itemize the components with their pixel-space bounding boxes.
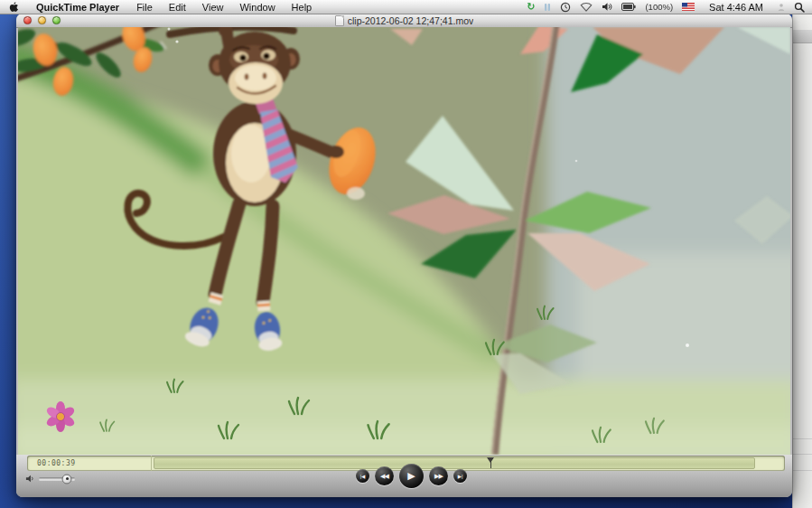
divider	[793, 438, 812, 439]
play-icon: ▶	[407, 470, 415, 482]
clock-icon	[560, 2, 571, 13]
title-bar[interactable]: clip-2012-06-02 12;47;41.mov	[16, 14, 792, 28]
pause-bars-icon	[544, 3, 551, 12]
speaker-icon[interactable]	[25, 474, 35, 484]
time-machine-menu-extra[interactable]	[555, 0, 575, 14]
jump-to-start-icon: |◀	[360, 473, 366, 478]
playback-control-bar: 00:00:39 |◀ ◀◀ ▶ ▶▶ ▶|	[16, 455, 792, 497]
zoom-button[interactable]	[52, 16, 61, 24]
battery-percent[interactable]: (100%)	[640, 0, 677, 14]
quicktime-window: clip-2012-06-02 12;47;41.mov	[16, 14, 792, 497]
menu-help[interactable]: Help	[284, 0, 321, 14]
clock-text: Sat 4:46 AM	[704, 2, 769, 13]
jump-to-start-button[interactable]: |◀	[356, 469, 369, 483]
video-artwork	[18, 27, 790, 455]
jump-to-end-icon: ▶|	[458, 473, 463, 478]
wifi-menu-extra[interactable]	[575, 0, 597, 14]
apple-menu[interactable]	[0, 2, 27, 13]
volume-slider[interactable]	[39, 477, 75, 480]
fast-forward-icon: ▶▶	[434, 472, 443, 479]
time-display: 00:00:39	[27, 456, 152, 471]
background-window[interactable]	[792, 14, 812, 508]
rewind-icon: ◀◀	[380, 472, 388, 479]
sync-icon: ↻	[527, 1, 535, 13]
window-title: clip-2012-06-02 12;47;41.mov	[348, 15, 474, 26]
spotlight-menu-extra[interactable]	[789, 0, 812, 14]
menu-quicktime-player[interactable]: QuickTime Player	[27, 0, 128, 14]
us-flag-icon	[682, 3, 695, 11]
wifi-icon	[580, 2, 593, 12]
user-icon	[778, 3, 785, 12]
pause-menu-extra[interactable]	[539, 0, 555, 14]
battery-menu-extra[interactable]	[617, 0, 640, 14]
sync-menu-extra[interactable]: ↻	[522, 0, 539, 14]
battery-icon	[621, 3, 636, 11]
close-button[interactable]	[23, 16, 32, 24]
video-frame[interactable]	[18, 27, 790, 455]
window-controls	[23, 16, 61, 24]
search-icon	[794, 2, 805, 13]
timeline-track[interactable]	[152, 456, 785, 471]
menu-clock[interactable]: Sat 4:46 AM	[699, 0, 773, 14]
divider	[793, 470, 812, 471]
volume-menu-extra[interactable]	[597, 0, 617, 14]
volume-knob[interactable]	[62, 474, 72, 484]
transport-buttons: |◀ ◀◀ ▶ ▶▶ ▶|	[356, 463, 467, 489]
jump-to-end-button[interactable]: ▶|	[453, 469, 467, 483]
menu-window[interactable]: Window	[231, 0, 283, 14]
document-icon	[335, 15, 344, 26]
rewind-button[interactable]: ◀◀	[375, 466, 394, 485]
menu-bar: QuickTime Player File Edit View Window H…	[0, 0, 812, 14]
elapsed-time: 00:00:39	[37, 459, 76, 467]
speaker-icon	[602, 2, 612, 12]
playhead-marker[interactable]	[487, 457, 494, 463]
battery-text: (100%)	[645, 2, 673, 12]
menu-edit[interactable]: Edit	[161, 0, 194, 14]
fast-forward-button[interactable]: ▶▶	[429, 466, 448, 485]
background-window-toolbar	[793, 30, 812, 43]
minimize-button[interactable]	[38, 16, 46, 24]
volume-control	[25, 474, 75, 484]
divider	[793, 454, 812, 455]
menu-view[interactable]: View	[194, 0, 232, 14]
input-menu-extra[interactable]	[677, 0, 699, 14]
apple-icon	[9, 2, 19, 13]
user-switch-menu-extra[interactable]	[773, 0, 789, 14]
play-button[interactable]: ▶	[399, 464, 424, 488]
menu-file[interactable]: File	[128, 0, 161, 14]
